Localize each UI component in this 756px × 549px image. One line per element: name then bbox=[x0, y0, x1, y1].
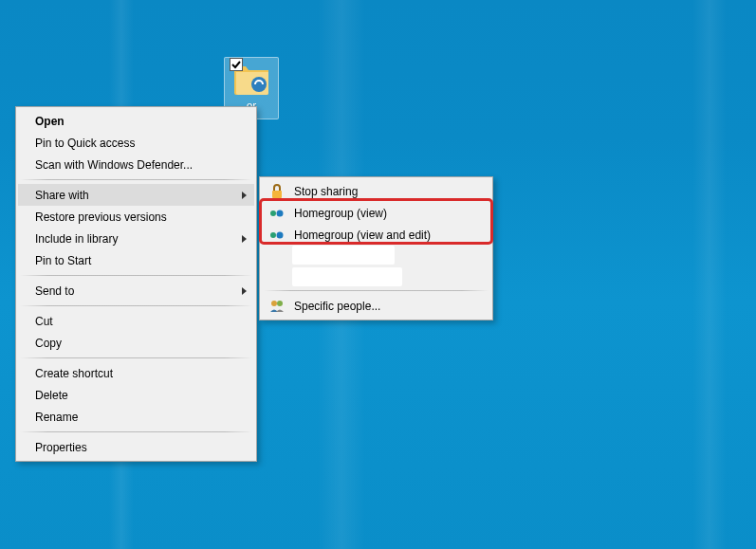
svg-point-7 bbox=[277, 301, 283, 306]
submenu-stop-sharing[interactable]: Stop sharing bbox=[262, 180, 490, 202]
submenu-homegroup-view-edit[interactable]: Homegroup (view and edit) bbox=[262, 224, 490, 246]
menu-share-with[interactable]: Share with bbox=[18, 184, 254, 206]
menu-properties[interactable]: Properties bbox=[18, 436, 254, 458]
menu-copy[interactable]: Copy bbox=[18, 332, 254, 354]
selection-checkbox-icon bbox=[230, 58, 243, 71]
menu-scan-defender[interactable]: Scan with Windows Defender... bbox=[18, 154, 254, 175]
submenu-arrow-icon bbox=[242, 287, 247, 295]
svg-rect-1 bbox=[272, 191, 282, 198]
svg-point-2 bbox=[270, 210, 276, 216]
submenu-specific-people[interactable]: Specific people... bbox=[262, 295, 490, 317]
submenu-arrow-icon bbox=[242, 235, 247, 243]
menu-create-shortcut[interactable]: Create shortcut bbox=[18, 362, 254, 384]
homegroup-icon bbox=[268, 227, 286, 244]
svg-point-6 bbox=[271, 301, 277, 306]
redacted-item bbox=[262, 246, 490, 286]
menu-restore-previous[interactable]: Restore previous versions bbox=[18, 206, 254, 228]
menu-cut[interactable]: Cut bbox=[18, 310, 254, 332]
menu-rename[interactable]: Rename bbox=[18, 406, 254, 428]
menu-separator bbox=[20, 305, 252, 306]
share-with-submenu: Stop sharing Homegroup (view) Homegroup … bbox=[259, 176, 493, 320]
lock-icon bbox=[268, 183, 286, 200]
menu-separator bbox=[20, 357, 252, 358]
menu-delete[interactable]: Delete bbox=[18, 384, 254, 406]
menu-separator bbox=[20, 431, 252, 432]
menu-separator bbox=[20, 275, 252, 276]
submenu-arrow-icon bbox=[242, 192, 247, 199]
homegroup-icon bbox=[268, 205, 286, 222]
menu-include-library[interactable]: Include in library bbox=[18, 228, 254, 249]
people-icon bbox=[268, 298, 286, 315]
menu-pin-start[interactable]: Pin to Start bbox=[18, 249, 254, 271]
menu-pin-quick-access[interactable]: Pin to Quick access bbox=[18, 132, 254, 154]
menu-open[interactable]: Open bbox=[18, 110, 254, 132]
context-menu: Open Pin to Quick access Scan with Windo… bbox=[15, 106, 257, 462]
svg-point-5 bbox=[277, 231, 284, 238]
submenu-homegroup-view[interactable]: Homegroup (view) bbox=[262, 202, 490, 224]
svg-point-0 bbox=[251, 77, 267, 92]
menu-separator bbox=[20, 179, 252, 180]
svg-point-3 bbox=[277, 210, 284, 216]
menu-send-to[interactable]: Send to bbox=[18, 280, 254, 302]
svg-point-4 bbox=[270, 232, 276, 238]
menu-separator bbox=[264, 290, 489, 291]
